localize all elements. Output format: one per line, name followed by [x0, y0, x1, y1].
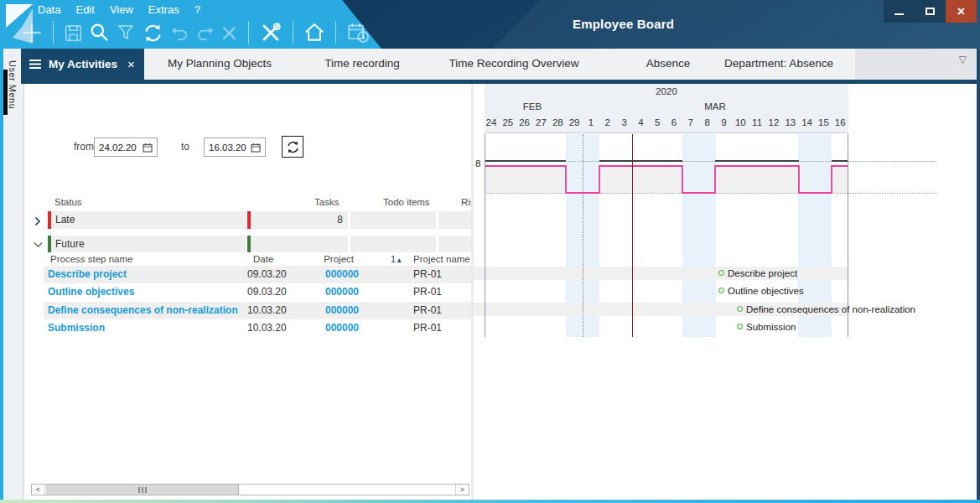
toolbar-separator — [293, 21, 293, 44]
project-name-cell: PR-01 — [413, 268, 442, 280]
milestone-marker[interactable] — [737, 324, 743, 329]
chart-left-border — [485, 134, 485, 337]
milestone-marker[interactable] — [737, 306, 743, 312]
tab-overflow-zone: ▽ — [855, 49, 977, 80]
redo-button[interactable] — [196, 24, 214, 42]
search-button[interactable] — [90, 23, 110, 43]
chevron-down-icon[interactable] — [34, 241, 43, 248]
to-date-value: 16.03.20 — [209, 143, 246, 153]
col-todo-items[interactable]: Todo items — [383, 197, 430, 207]
tab-bar: My Activities × My Planning Objects Time… — [21, 49, 977, 80]
table-row[interactable]: Submission 10.03.20 000000 PR-01 — [44, 319, 471, 338]
refresh-icon — [286, 140, 300, 154]
process-step-link[interactable]: Describe project — [48, 268, 127, 280]
tab-time-recording-overview[interactable]: Time Recording Overview — [449, 57, 579, 70]
date-cell: 09.03.20 — [247, 286, 287, 298]
toolbar — [22, 19, 370, 46]
status-color-bar — [247, 211, 251, 229]
refresh-button[interactable] — [143, 23, 163, 44]
col-project[interactable]: Project — [306, 254, 354, 264]
tab-close-icon[interactable]: × — [127, 57, 135, 71]
today-line — [583, 134, 583, 337]
summary-row-late[interactable]: Late 8 — [24, 211, 471, 229]
calendar-clock-icon — [347, 22, 370, 44]
scroll-left-button[interactable]: < — [32, 485, 45, 495]
tools-icon — [260, 22, 282, 44]
chevron-right-icon[interactable] — [34, 216, 41, 226]
close-window-button[interactable]: × — [946, 0, 977, 23]
user-menu-label: User Menu — [8, 60, 18, 109]
tab-overflow-icon[interactable]: ▽ — [959, 54, 967, 65]
add-button[interactable] — [22, 23, 42, 43]
title-bar: Data Edit View Extras ? — [0, 0, 980, 49]
menu-item-edit[interactable]: Edit — [75, 3, 94, 16]
milestone-label: Describe project — [728, 268, 797, 278]
to-label: to — [181, 141, 189, 153]
save-button[interactable] — [65, 24, 82, 42]
gantt-pane: 2020 FEB MAR 24 25 26 27 28 29 1 2 3 4 5… — [474, 84, 977, 500]
tasks-count: 8 — [309, 214, 343, 226]
calendar-icon[interactable] — [143, 143, 153, 153]
minimize-button[interactable] — [884, 0, 915, 23]
sort-indicator[interactable]: 1▲ — [391, 254, 402, 264]
deadline-line — [632, 134, 633, 337]
col-date[interactable]: Date — [253, 254, 273, 264]
undo-button[interactable] — [171, 24, 189, 42]
home-button[interactable] — [304, 23, 324, 43]
user-menu-strip[interactable]: User Menu — [3, 49, 24, 500]
status-color-bar — [48, 211, 51, 229]
project-link[interactable]: 000000 — [325, 268, 355, 280]
capacity-axis-label: 8 — [475, 158, 480, 169]
tab-my-planning-objects[interactable]: My Planning Objects — [168, 57, 272, 70]
window-border-bottom — [0, 500, 980, 503]
close-icon — [221, 25, 237, 41]
home-icon — [304, 23, 324, 43]
tab-department-absence[interactable]: Department: Absence — [724, 57, 833, 70]
delete-button[interactable] — [221, 25, 237, 41]
apply-filter-button[interactable] — [282, 136, 303, 158]
process-step-link[interactable]: Define consequences of non-realization — [48, 304, 238, 316]
menu-item-data[interactable]: Data — [38, 3, 60, 16]
filter-button[interactable] — [117, 24, 135, 42]
tab-my-activities[interactable]: My Activities × — [21, 49, 144, 80]
project-link[interactable]: 000000 — [325, 286, 355, 298]
horizontal-scrollbar[interactable]: < > — [31, 484, 469, 495]
process-step-link[interactable]: Submission — [48, 322, 105, 334]
scroll-right-button[interactable]: > — [455, 485, 469, 495]
milestone-marker[interactable] — [718, 288, 724, 293]
planning-board-button[interactable] — [347, 22, 370, 44]
window-title: Employee Board — [573, 17, 674, 31]
hamburger-icon[interactable] — [29, 59, 42, 70]
table-row[interactable]: Describe project 09.03.20 000000 PR-01 — [44, 266, 471, 284]
to-date-input[interactable]: 16.03.20 — [204, 137, 266, 157]
tab-absence[interactable]: Absence — [646, 57, 691, 70]
col-process-step-name[interactable]: Process step name — [50, 254, 132, 264]
milestone-marker[interactable] — [718, 270, 724, 276]
redo-icon — [196, 24, 214, 42]
col-project-name[interactable]: Project name — [413, 254, 470, 264]
calendar-icon[interactable] — [251, 143, 261, 153]
menu-item-help[interactable]: ? — [194, 3, 200, 16]
maximize-button[interactable] — [915, 0, 946, 23]
menu-item-view[interactable]: View — [110, 3, 133, 16]
date-cell: 10.03.20 — [247, 304, 287, 316]
table-row[interactable]: Define consequences of non-realization 1… — [44, 302, 471, 320]
process-step-link[interactable]: Outline objectives — [48, 286, 134, 298]
summary-row-future[interactable]: Future — [24, 236, 471, 252]
col-tasks[interactable]: Tasks — [314, 197, 339, 207]
project-link[interactable]: 000000 — [325, 304, 355, 316]
project-link[interactable]: 000000 — [325, 322, 355, 334]
col-risks[interactable]: Risks — [461, 197, 471, 207]
menu-item-extras[interactable]: Extras — [148, 3, 179, 16]
tools-button[interactable] — [260, 22, 282, 44]
from-date-input[interactable]: 24.02.20 — [94, 137, 158, 157]
tab-time-recording[interactable]: Time recording — [324, 57, 400, 70]
close-icon: × — [957, 4, 965, 19]
milestone-label: Define consequences of non-realization — [746, 304, 915, 314]
from-label: from — [74, 141, 94, 153]
col-status[interactable]: Status — [54, 197, 82, 207]
table-row[interactable]: Outline objectives 09.03.20 000000 PR-01 — [44, 283, 471, 302]
window-border-right — [977, 49, 980, 503]
scrollbar-thumb[interactable] — [46, 485, 239, 495]
undo-icon — [171, 24, 189, 42]
